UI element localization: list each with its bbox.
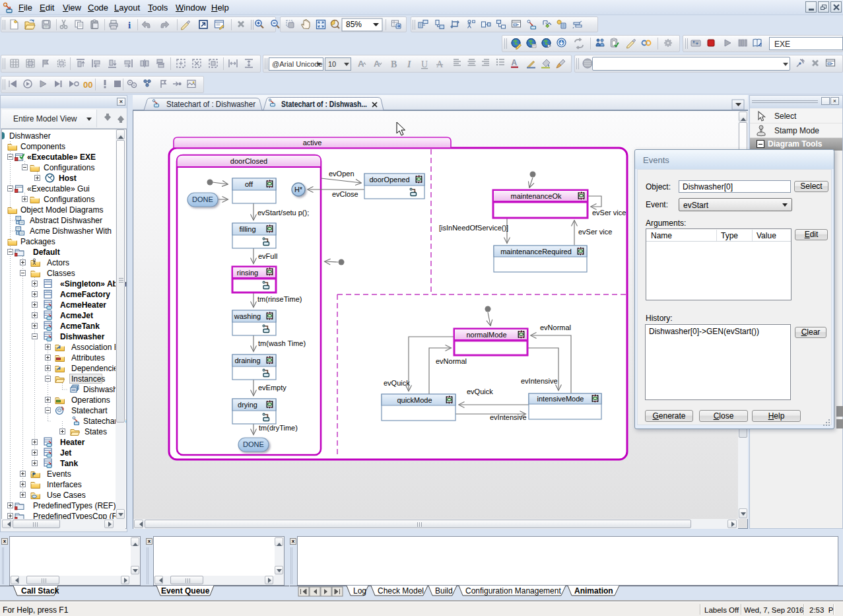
svg-text:filling: filling bbox=[239, 225, 255, 233]
svg-text:A: A bbox=[436, 59, 444, 69]
svg-text:draining: draining bbox=[234, 357, 260, 364]
svg-text:evNormal: evNormal bbox=[436, 357, 467, 365]
svg-text:Configuration Management: Configuration Management bbox=[465, 586, 561, 596]
svg-text:doorOpened: doorOpened bbox=[369, 176, 409, 184]
svg-text:tm(dryTime): tm(dryTime) bbox=[259, 424, 298, 432]
svg-text:Animation: Animation bbox=[574, 586, 613, 596]
svg-text:off: off bbox=[245, 180, 253, 188]
svg-text:evSer vice: evSer vice bbox=[592, 209, 626, 217]
svg-text:evEmpty: evEmpty bbox=[258, 384, 287, 392]
svg-text:washing: washing bbox=[234, 312, 261, 320]
svg-text:intensiveMode: intensiveMode bbox=[537, 395, 584, 403]
svg-text:evSer vice: evSer vice bbox=[578, 228, 612, 236]
svg-text:evClose: evClose bbox=[332, 190, 358, 198]
svg-text:Event Queue: Event Queue bbox=[161, 586, 210, 596]
svg-text:H*: H* bbox=[294, 186, 303, 193]
svg-text:active: active bbox=[303, 139, 322, 147]
svg-text:85%: 85% bbox=[346, 20, 362, 29]
svg-text:Log: Log bbox=[353, 586, 366, 596]
svg-text:quickMode: quickMode bbox=[397, 396, 432, 404]
svg-text:[isInNeedOfService()]: [isInNeedOfService()] bbox=[439, 224, 508, 232]
svg-text:evOpen: evOpen bbox=[329, 170, 354, 178]
svg-text:evIntensive: evIntensive bbox=[490, 413, 527, 421]
svg-text:drying: drying bbox=[238, 401, 257, 409]
svg-text:evQuick: evQuick bbox=[384, 379, 410, 387]
svg-text:Call Stack: Call Stack bbox=[21, 586, 59, 596]
svg-text:U: U bbox=[421, 59, 428, 69]
svg-text:evStart/setu p();: evStart/setu p(); bbox=[257, 209, 309, 217]
svg-text:evIntensive: evIntensive bbox=[521, 377, 558, 385]
svg-text:maintenanceOk: maintenanceOk bbox=[510, 192, 562, 200]
svg-text:I: I bbox=[407, 59, 411, 69]
svg-text:B: B bbox=[391, 59, 397, 69]
svg-text:evFull: evFull bbox=[258, 252, 277, 260]
svg-text:DONE: DONE bbox=[243, 440, 264, 448]
svg-text:Statechart of : Dishwasher: Statechart of : Dishwasher bbox=[166, 100, 255, 109]
svg-text:evNormal: evNormal bbox=[540, 324, 571, 331]
svg-text:Build: Build bbox=[435, 586, 453, 596]
svg-text:rinsing: rinsing bbox=[237, 269, 258, 277]
svg-text:evQuick: evQuick bbox=[467, 388, 493, 395]
svg-text:Statechart of : Dishwash...: Statechart of : Dishwash... bbox=[281, 100, 367, 109]
svg-text:00: 00 bbox=[83, 80, 92, 90]
svg-text:doorClosed: doorClosed bbox=[230, 157, 267, 165]
svg-text:maintenanceRequired: maintenanceRequired bbox=[500, 248, 572, 256]
svg-text:DONE: DONE bbox=[192, 195, 213, 203]
svg-text:tm(rinseTime): tm(rinseTime) bbox=[257, 295, 302, 303]
svg-text:Check Model: Check Model bbox=[378, 586, 424, 596]
svg-text:tm(wash Time): tm(wash Time) bbox=[258, 339, 306, 347]
svg-text:normalMode: normalMode bbox=[466, 331, 506, 339]
